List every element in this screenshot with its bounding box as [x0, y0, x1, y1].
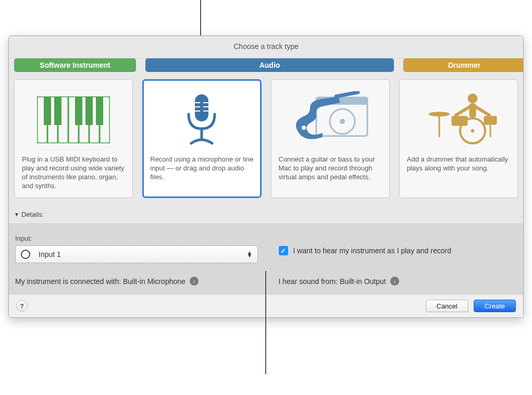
monitoring-label: I want to hear my instrument as I play a…: [293, 246, 451, 255]
microphone-icon: [150, 88, 253, 152]
svg-point-34: [471, 129, 474, 132]
piano-keys-icon: [22, 88, 125, 152]
card-audio-mic[interactable]: Record using a microphone or line input …: [142, 79, 261, 198]
svg-rect-10: [85, 96, 93, 125]
svg-point-26: [468, 94, 477, 103]
help-button[interactable]: ?: [16, 300, 28, 312]
callout-line-bottom: [265, 271, 266, 374]
card-audio-guitar[interactable]: Connect a guitar or bass to your Mac to …: [271, 79, 390, 198]
svg-rect-7: [44, 96, 51, 125]
tab-audio[interactable]: Audio: [145, 58, 394, 72]
card-desc: Record using a microphone or line input …: [150, 155, 253, 181]
monitoring-checkbox[interactable]: ✓: [279, 246, 288, 255]
input-select[interactable]: Input 1 ▲▼: [15, 245, 258, 263]
card-drummer[interactable]: Add a drummer that automatically plays a…: [399, 79, 518, 198]
cancel-button[interactable]: Cancel: [426, 300, 468, 312]
card-desc: Add a drummer that automatically plays a…: [407, 155, 510, 172]
svg-point-25: [302, 126, 306, 130]
svg-rect-9: [75, 96, 82, 125]
drummer-icon: [407, 88, 510, 152]
svg-line-24: [336, 92, 358, 96]
svg-point-23: [340, 119, 345, 124]
chevron-right-icon: ›: [390, 277, 399, 286]
svg-rect-35: [484, 116, 497, 125]
svg-rect-11: [96, 96, 103, 125]
track-type-tabs: Software Instrument Audio Drummer: [9, 58, 523, 76]
details-label: Details:: [21, 211, 44, 218]
track-type-cards: Plug in a USB MIDI keyboard to play and …: [9, 76, 523, 207]
chevron-right-icon: ›: [190, 277, 199, 286]
svg-line-29: [476, 107, 489, 115]
tab-drummer[interactable]: Drummer: [403, 58, 524, 72]
input-channel-icon: [21, 250, 30, 259]
create-button[interactable]: Create: [474, 300, 516, 312]
svg-rect-12: [195, 94, 208, 121]
svg-line-28: [456, 107, 469, 115]
tab-software-instrument[interactable]: Software Instrument: [14, 58, 136, 72]
svg-rect-8: [54, 96, 61, 125]
disclosure-triangle-icon: ▼: [14, 212, 19, 217]
input-label: Input:: [15, 234, 266, 242]
input-select-value: Input 1: [39, 250, 247, 258]
callout-line-top: [200, 0, 201, 36]
details-disclosure[interactable]: ▼ Details:: [9, 207, 523, 224]
input-device-link[interactable]: My instrument is connected with: Built-i…: [15, 277, 266, 286]
output-device-link[interactable]: I hear sound from: Built-in Output ›: [279, 277, 517, 286]
guitar-amp-icon: [279, 88, 382, 152]
stepper-arrows-icon: ▲▼: [247, 251, 252, 257]
card-desc: Connect a guitar or bass to your Mac to …: [279, 155, 382, 181]
card-software-instrument[interactable]: Plug in a USB MIDI keyboard to play and …: [14, 79, 133, 198]
dialog-title: Choose a track type: [9, 36, 523, 58]
card-desc: Plug in a USB MIDI keyboard to play and …: [22, 155, 125, 190]
